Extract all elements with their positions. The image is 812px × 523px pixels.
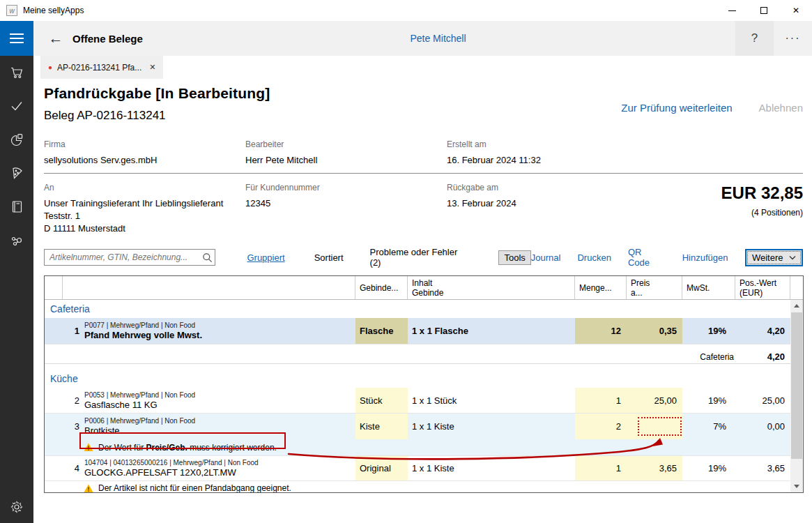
filter-gruppiert[interactable]: Gruppiert: [247, 252, 284, 263]
book-icon: [9, 199, 24, 214]
pie-chart-icon: [9, 132, 24, 147]
sidebar-item-reports[interactable]: [0, 123, 33, 156]
vertical-scrollbar[interactable]: [790, 300, 803, 492]
warning-icon: [84, 443, 93, 452]
gear-icon: [9, 499, 24, 515]
table-row[interactable]: 3 P0006 | Mehrweg/Pfand | Non Food Brotk…: [45, 414, 792, 439]
maximize-button[interactable]: [748, 0, 780, 21]
scroll-down-icon: [794, 485, 799, 488]
warning-icon: [84, 484, 93, 493]
back-button[interactable]: ←: [45, 30, 67, 47]
app-logo-icon: w: [6, 5, 17, 16]
article-name: GLOCKG.APFELSAFT 12X0,2LT.MW: [84, 467, 259, 478]
tools-button[interactable]: Tools: [498, 250, 530, 265]
error-text-suffix: muss korrigiert werden.: [187, 443, 277, 453]
article-meta: P0053 | Mehrweg/Pfand | Non Food: [84, 391, 195, 400]
pizza-slice-icon: [9, 165, 24, 181]
cell-gebinde[interactable]: Original: [355, 456, 408, 480]
close-icon: ✕: [792, 6, 799, 15]
field-value-firma: sellysolutions Serv.ges.mbH: [44, 154, 245, 167]
col-header-pos-wert[interactable]: Pos.-Wert (EUR): [735, 276, 790, 299]
invalid-price-cell-outline[interactable]: [638, 417, 682, 436]
journal-link[interactable]: Journal: [531, 252, 561, 263]
col-header-empty1: [45, 276, 63, 299]
article-search[interactable]: [44, 249, 215, 266]
reject-link: Ablehnen: [759, 102, 803, 114]
row-warning-message: Der Artikel ist nicht für einen Pfandabg…: [45, 481, 792, 492]
cell-mwst: 19%: [682, 318, 735, 344]
maximize-icon: [760, 7, 767, 14]
scroll-down-button[interactable]: [790, 480, 803, 492]
close-button[interactable]: ✕: [780, 0, 812, 21]
toolbar-actions: Journal Drucken QR Code Hinzufügen Weite…: [531, 247, 803, 268]
help-button[interactable]: ?: [735, 21, 774, 56]
cell-pos-wert: 4,20: [735, 318, 790, 344]
cell-menge[interactable]: 2: [575, 414, 627, 439]
cell-preis[interactable]: 0,35: [627, 318, 682, 344]
sidebar-item-network[interactable]: [0, 223, 33, 257]
total-amount: EUR 32,85: [721, 183, 803, 203]
field-label-bearbeiter: Bearbeiter: [245, 139, 447, 149]
chevron-down-icon: [789, 255, 796, 260]
weitere-dropdown-button[interactable]: Weitere: [745, 249, 803, 266]
col-header-mwst[interactable]: MwSt.: [682, 276, 735, 299]
hamburger-menu-button[interactable]: [0, 21, 33, 56]
qr-code-link[interactable]: QR Code: [628, 247, 666, 268]
window-controls: ✕: [716, 0, 812, 21]
group-header-cafeteria[interactable]: Cafeteria: [45, 300, 792, 318]
unsaved-changes-dot-icon: ●: [48, 63, 52, 71]
cell-menge[interactable]: 12: [575, 318, 627, 344]
header-actions: ? ···: [735, 21, 812, 56]
weitere-label: Weitere: [752, 252, 783, 263]
search-input[interactable]: [45, 252, 199, 262]
sidebar-item-food[interactable]: [0, 156, 33, 190]
col-header-gebinde[interactable]: Gebinde...: [355, 276, 408, 299]
more-options-button[interactable]: ···: [774, 21, 812, 56]
scroll-up-button[interactable]: [790, 300, 803, 312]
tab-bar: ● AP-0216-113241 Pfa... ✕: [33, 56, 812, 79]
col-header-preis[interactable]: Preis a...: [627, 276, 682, 299]
user-name-link[interactable]: Pete Mitchell: [410, 33, 466, 44]
field-label-kundennummer: Für Kundennummer: [245, 183, 447, 192]
cell-gebinde[interactable]: Flasche: [355, 318, 408, 344]
cell-inhalt: 1 x 1 Stück: [408, 388, 575, 413]
hinzufuegen-link[interactable]: Hinzufügen: [682, 252, 728, 263]
col-header-menge[interactable]: Menge...: [575, 276, 627, 299]
scrollbar-thumb[interactable]: [791, 312, 802, 459]
cell-gebinde[interactable]: Stück: [355, 388, 408, 413]
cell-preis-invalid[interactable]: [627, 414, 682, 439]
shopping-cart-icon: [9, 65, 24, 80]
table-row[interactable]: 4 104704 | 04013265000216 | Mehrweg/Pfan…: [45, 456, 792, 481]
filter-sortiert[interactable]: Sortiert: [314, 252, 344, 263]
filter-probleme-oder-fehler[interactable]: Probleme oder Fehler (2): [370, 247, 471, 268]
cell-pos-wert: 3,65: [735, 456, 790, 480]
window-title: Meine sellyApps: [23, 6, 84, 15]
row-number: 3: [63, 421, 79, 432]
minimize-button[interactable]: [716, 0, 748, 21]
sidebar-item-catalog[interactable]: [0, 190, 33, 223]
article-meta: 104704 | 04013265000216 | Mehrweg/Pfand …: [84, 458, 259, 467]
sidebar-item-cart[interactable]: [0, 56, 33, 89]
col-header-inhalt-gebinde[interactable]: Inhalt Gebinde: [408, 276, 575, 299]
document-tab[interactable]: ● AP-0216-113241 Pfa... ✕: [40, 56, 163, 79]
field-value-erstellt-am: 16. Februar 2024 11:32: [447, 154, 803, 167]
tab-close-icon[interactable]: ✕: [149, 63, 155, 72]
cell-gebinde[interactable]: Kiste: [355, 414, 408, 439]
cell-menge[interactable]: 1: [575, 456, 627, 480]
cell-menge[interactable]: 1: [575, 388, 627, 413]
sidebar-spacer: [0, 257, 33, 491]
cell-mwst: 19%: [682, 456, 735, 480]
cell-preis[interactable]: 25,00: [627, 388, 682, 413]
cell-preis[interactable]: 3,65: [627, 456, 682, 480]
article-name: Gasflasche 11 KG: [84, 400, 195, 411]
forward-for-review-link[interactable]: Zur Prüfung weiterleiten: [621, 102, 732, 114]
drucken-link[interactable]: Drucken: [577, 252, 611, 263]
sidebar-item-tasks[interactable]: [0, 89, 33, 123]
document-actions: Zur Prüfung weiterleiten Ablehnen: [621, 102, 803, 114]
group-header-kueche[interactable]: Küche: [45, 370, 792, 388]
cell-mwst: 7%: [682, 414, 735, 439]
row-number: 2: [63, 395, 79, 406]
sidebar-item-settings[interactable]: [0, 491, 33, 523]
table-row[interactable]: 2 P0053 | Mehrweg/Pfand | Non Food Gasfl…: [45, 388, 792, 414]
table-row[interactable]: 1 P0077 | Mehrweg/Pfand | Non Food Pfand…: [45, 318, 792, 344]
